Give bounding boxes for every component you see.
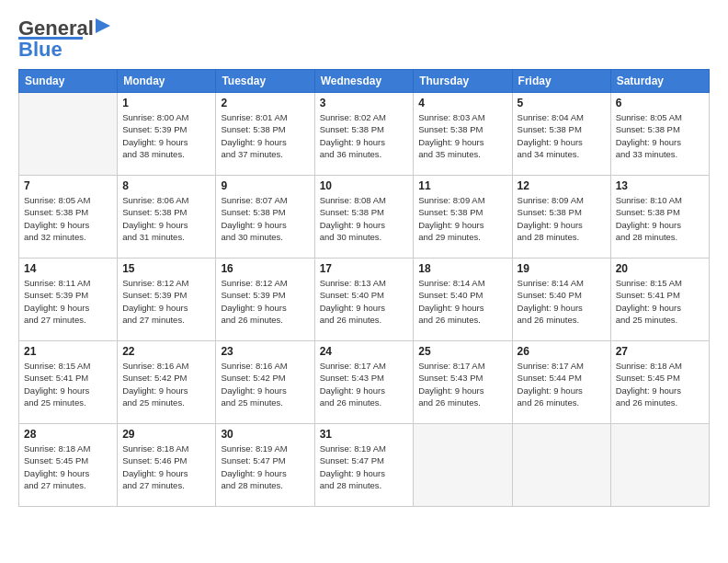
day-info: Sunrise: 8:13 AM Sunset: 5:40 PM Dayligh… [320,277,409,326]
calendar-cell: 16Sunrise: 8:12 AM Sunset: 5:39 PM Dayli… [216,259,314,341]
day-info: Sunrise: 8:09 AM Sunset: 5:38 PM Dayligh… [518,194,606,243]
calendar-cell: 4Sunrise: 8:03 AM Sunset: 5:38 PM Daylig… [414,93,512,176]
calendar-cell [414,424,512,507]
calendar-cell: 15Sunrise: 8:12 AM Sunset: 5:39 PM Dayli… [118,259,216,341]
day-number: 20 [616,262,704,275]
day-number: 1 [122,97,210,109]
weekday-wednesday: Wednesday [314,70,414,93]
calendar-cell: 23Sunrise: 8:16 AM Sunset: 5:42 PM Dayli… [216,341,314,424]
day-info: Sunrise: 8:18 AM Sunset: 5:45 PM Dayligh… [616,360,704,408]
day-info: Sunrise: 8:18 AM Sunset: 5:46 PM Dayligh… [122,442,210,491]
day-info: Sunrise: 8:15 AM Sunset: 5:41 PM Dayligh… [616,277,704,326]
calendar-cell: 24Sunrise: 8:17 AM Sunset: 5:43 PM Dayli… [314,341,414,424]
day-info: Sunrise: 8:16 AM Sunset: 5:42 PM Dayligh… [122,360,210,408]
week-row-2: 14Sunrise: 8:11 AM Sunset: 5:39 PM Dayli… [19,259,710,341]
day-info: Sunrise: 8:16 AM Sunset: 5:42 PM Dayligh… [221,360,309,408]
weekday-header-row: SundayMondayTuesdayWednesdayThursdayFrid… [19,70,710,93]
day-number: 30 [221,428,309,441]
calendar-cell: 1Sunrise: 8:00 AM Sunset: 5:39 PM Daylig… [118,93,216,176]
calendar-cell [512,424,610,507]
calendar-cell: 20Sunrise: 8:15 AM Sunset: 5:41 PM Dayli… [610,259,709,341]
day-number: 9 [221,179,309,192]
day-number: 31 [320,428,409,441]
day-number: 16 [221,262,309,275]
day-number: 13 [616,179,704,192]
day-info: Sunrise: 8:19 AM Sunset: 5:47 PM Dayligh… [320,442,409,491]
day-number: 26 [518,345,606,358]
day-info: Sunrise: 8:11 AM Sunset: 5:39 PM Dayligh… [24,277,112,326]
day-info: Sunrise: 8:15 AM Sunset: 5:41 PM Dayligh… [24,360,112,408]
day-number: 6 [616,97,704,109]
day-info: Sunrise: 8:00 AM Sunset: 5:39 PM Dayligh… [122,111,210,160]
day-info: Sunrise: 8:14 AM Sunset: 5:40 PM Dayligh… [418,277,506,326]
day-number: 18 [418,262,506,275]
calendar-cell: 17Sunrise: 8:13 AM Sunset: 5:40 PM Dayli… [314,259,414,341]
day-info: Sunrise: 8:01 AM Sunset: 5:38 PM Dayligh… [221,111,309,160]
day-info: Sunrise: 8:10 AM Sunset: 5:38 PM Dayligh… [616,194,704,243]
weekday-thursday: Thursday [414,70,512,93]
day-info: Sunrise: 8:14 AM Sunset: 5:40 PM Dayligh… [518,277,606,326]
day-number: 22 [122,345,210,358]
day-number: 12 [518,179,606,192]
day-info: Sunrise: 8:12 AM Sunset: 5:39 PM Dayligh… [221,277,309,326]
calendar-cell: 25Sunrise: 8:17 AM Sunset: 5:43 PM Dayli… [414,341,512,424]
day-number: 19 [518,262,606,275]
calendar: SundayMondayTuesdayWednesdayThursdayFrid… [18,69,710,507]
weekday-monday: Monday [118,70,216,93]
day-info: Sunrise: 8:02 AM Sunset: 5:38 PM Dayligh… [320,111,409,160]
day-number: 14 [24,262,112,275]
logo: General Blue [18,17,112,62]
week-row-0: 1Sunrise: 8:00 AM Sunset: 5:39 PM Daylig… [19,93,710,176]
day-number: 3 [320,97,409,109]
calendar-cell: 13Sunrise: 8:10 AM Sunset: 5:38 PM Dayli… [610,176,709,259]
calendar-cell: 30Sunrise: 8:19 AM Sunset: 5:47 PM Dayli… [216,424,314,507]
day-number: 27 [616,345,704,358]
calendar-cell: 2Sunrise: 8:01 AM Sunset: 5:38 PM Daylig… [216,93,314,176]
day-info: Sunrise: 8:06 AM Sunset: 5:38 PM Dayligh… [122,194,210,243]
calendar-cell: 14Sunrise: 8:11 AM Sunset: 5:39 PM Dayli… [19,259,118,341]
weekday-friday: Friday [512,70,610,93]
day-number: 11 [418,179,506,192]
day-info: Sunrise: 8:05 AM Sunset: 5:38 PM Dayligh… [24,194,112,243]
day-info: Sunrise: 8:09 AM Sunset: 5:38 PM Dayligh… [418,194,506,243]
day-number: 23 [221,345,309,358]
calendar-cell: 21Sunrise: 8:15 AM Sunset: 5:41 PM Dayli… [19,341,118,424]
day-info: Sunrise: 8:05 AM Sunset: 5:38 PM Dayligh… [616,111,704,160]
calendar-cell: 27Sunrise: 8:18 AM Sunset: 5:45 PM Dayli… [610,341,709,424]
calendar-cell: 26Sunrise: 8:17 AM Sunset: 5:44 PM Dayli… [512,341,610,424]
weekday-tuesday: Tuesday [216,70,314,93]
day-info: Sunrise: 8:19 AM Sunset: 5:47 PM Dayligh… [221,442,309,491]
day-number: 2 [221,97,309,109]
day-info: Sunrise: 8:18 AM Sunset: 5:45 PM Dayligh… [24,442,112,491]
day-number: 10 [320,179,409,192]
calendar-cell: 10Sunrise: 8:08 AM Sunset: 5:38 PM Dayli… [314,176,414,259]
day-number: 7 [24,179,112,192]
day-number: 4 [418,97,506,109]
weekday-sunday: Sunday [19,70,118,93]
page: General Blue SundayMondayTuesdayWednesda… [0,0,728,563]
calendar-cell: 12Sunrise: 8:09 AM Sunset: 5:38 PM Dayli… [512,176,610,259]
calendar-cell: 22Sunrise: 8:16 AM Sunset: 5:42 PM Dayli… [118,341,216,424]
day-number: 8 [122,179,210,192]
day-info: Sunrise: 8:12 AM Sunset: 5:39 PM Dayligh… [122,277,210,326]
week-row-1: 7Sunrise: 8:05 AM Sunset: 5:38 PM Daylig… [19,176,710,259]
week-row-4: 28Sunrise: 8:18 AM Sunset: 5:45 PM Dayli… [19,424,710,507]
weekday-saturday: Saturday [610,70,709,93]
calendar-cell [610,424,709,507]
calendar-cell: 6Sunrise: 8:05 AM Sunset: 5:38 PM Daylig… [610,93,709,176]
calendar-cell: 19Sunrise: 8:14 AM Sunset: 5:40 PM Dayli… [512,259,610,341]
logo-blue: Blue [18,38,63,62]
calendar-cell: 28Sunrise: 8:18 AM Sunset: 5:45 PM Dayli… [19,424,118,507]
calendar-cell: 31Sunrise: 8:19 AM Sunset: 5:47 PM Dayli… [314,424,414,507]
day-info: Sunrise: 8:17 AM Sunset: 5:43 PM Dayligh… [418,360,506,408]
day-info: Sunrise: 8:04 AM Sunset: 5:38 PM Dayligh… [518,111,606,160]
calendar-cell: 29Sunrise: 8:18 AM Sunset: 5:46 PM Dayli… [118,424,216,507]
logo-flag-icon [96,18,112,39]
day-info: Sunrise: 8:17 AM Sunset: 5:43 PM Dayligh… [320,360,409,408]
day-number: 17 [320,262,409,275]
day-info: Sunrise: 8:03 AM Sunset: 5:38 PM Dayligh… [418,111,506,160]
calendar-cell: 5Sunrise: 8:04 AM Sunset: 5:38 PM Daylig… [512,93,610,176]
day-info: Sunrise: 8:07 AM Sunset: 5:38 PM Dayligh… [221,194,309,243]
day-info: Sunrise: 8:08 AM Sunset: 5:38 PM Dayligh… [320,194,409,243]
calendar-cell: 9Sunrise: 8:07 AM Sunset: 5:38 PM Daylig… [216,176,314,259]
